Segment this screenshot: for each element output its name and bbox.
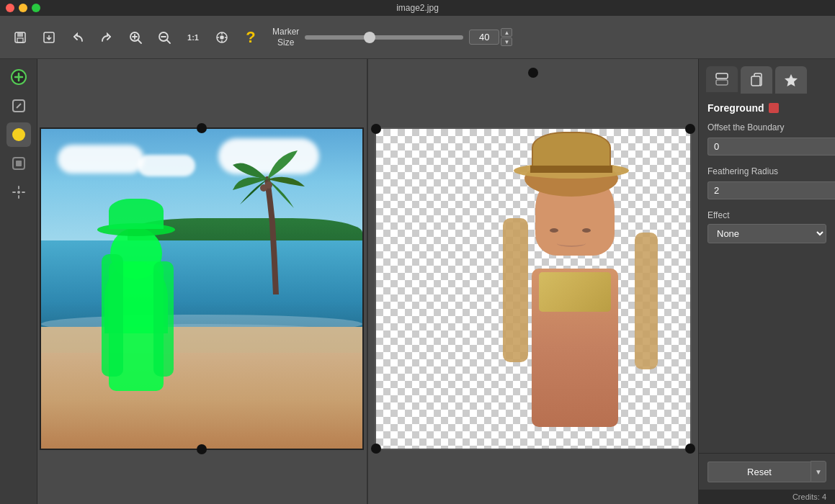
result-corner-tl[interactable] bbox=[371, 124, 381, 134]
panel-content: Foreground Offset the Boundary 0 ▲ ▼ Fea… bbox=[699, 94, 835, 453]
toolbar: 1:1 ? Marker Size 40 ▲ ▼ bbox=[0, 16, 835, 59]
credits-text: Credits: 4 bbox=[792, 492, 826, 501]
svg-point-13 bbox=[17, 191, 20, 194]
tab-copy[interactable] bbox=[741, 66, 772, 94]
marker-size-group: Marker Size 40 ▲ ▼ bbox=[272, 27, 512, 48]
effect-field-group: Effect None Blur Sharpen Glow bbox=[707, 210, 826, 243]
marker-spinner: ▲ ▼ bbox=[501, 28, 512, 46]
marker-size-label: Marker Size bbox=[272, 27, 299, 48]
feathering-label: Feathering Radius bbox=[707, 166, 826, 176]
background-brush-button[interactable] bbox=[6, 151, 31, 176]
feathering-field-group: Feathering Radius 2 ▲ ▼ bbox=[707, 166, 826, 200]
feathering-input-row: 2 ▲ ▼ bbox=[707, 180, 826, 200]
minimize-button[interactable] bbox=[19, 4, 27, 12]
reset-button[interactable]: Reset bbox=[707, 462, 811, 482]
tools-sidebar bbox=[0, 59, 37, 504]
svg-rect-17 bbox=[716, 80, 728, 85]
source-image-panel[interactable] bbox=[37, 59, 368, 504]
properties-panel: Foreground Offset the Boundary 0 ▲ ▼ Fea… bbox=[698, 59, 835, 504]
result-corner-br[interactable] bbox=[685, 444, 695, 454]
panel-tabs bbox=[699, 59, 835, 94]
svg-rect-18 bbox=[751, 76, 760, 86]
result-canvas bbox=[375, 127, 692, 450]
reset-row: Reset ▼ bbox=[707, 461, 826, 482]
result-corner-bl[interactable] bbox=[371, 444, 381, 454]
close-button[interactable] bbox=[6, 4, 14, 12]
marker-decrement-button[interactable]: ▼ bbox=[501, 37, 512, 46]
offset-input[interactable]: 0 bbox=[707, 138, 835, 156]
foreground-brush-button[interactable] bbox=[6, 122, 31, 147]
zoom-out-button[interactable] bbox=[151, 24, 177, 50]
fit-screen-button[interactable] bbox=[209, 24, 235, 50]
redo-button[interactable] bbox=[94, 24, 120, 50]
reset-dropdown-button[interactable]: ▼ bbox=[811, 461, 826, 482]
feathering-input[interactable]: 2 bbox=[707, 181, 835, 199]
marker-increment-button[interactable]: ▲ bbox=[501, 28, 512, 37]
svg-rect-12 bbox=[16, 161, 22, 166]
canvas-area bbox=[37, 59, 698, 504]
svg-rect-1 bbox=[17, 32, 23, 37]
maximize-button[interactable] bbox=[32, 4, 40, 12]
main-area: Foreground Offset the Boundary 0 ▲ ▼ Fea… bbox=[0, 59, 835, 504]
marker-size-input[interactable]: 40 bbox=[469, 30, 499, 45]
effect-label: Effect bbox=[707, 210, 826, 220]
svg-rect-16 bbox=[716, 73, 728, 78]
svg-point-10 bbox=[12, 128, 25, 141]
svg-point-7 bbox=[220, 36, 223, 39]
svg-point-15 bbox=[260, 184, 267, 192]
fit-button[interactable]: 1:1 bbox=[180, 24, 206, 50]
tab-layers[interactable] bbox=[706, 66, 738, 94]
zoom-in-button[interactable] bbox=[122, 24, 148, 50]
offset-field-group: Offset the Boundary 0 ▲ ▼ bbox=[707, 122, 826, 156]
panel-footer: Reset ▼ bbox=[699, 453, 835, 490]
effect-select[interactable]: None Blur Sharpen Glow bbox=[707, 224, 826, 243]
marker-size-slider[interactable] bbox=[305, 35, 463, 40]
credits-bar: Credits: 4 bbox=[699, 490, 835, 504]
undo-button[interactable] bbox=[65, 24, 91, 50]
titlebar: image2.jpg bbox=[0, 0, 835, 16]
window-controls bbox=[6, 4, 40, 12]
move-button[interactable] bbox=[6, 180, 31, 204]
marker-value-group: 40 ▲ ▼ bbox=[469, 28, 512, 46]
result-image-panel[interactable] bbox=[368, 59, 699, 504]
offset-label: Offset the Boundary bbox=[707, 122, 826, 132]
result-corner-tr[interactable] bbox=[685, 124, 695, 134]
svg-marker-19 bbox=[785, 74, 798, 86]
save-button[interactable] bbox=[7, 24, 33, 50]
tab-favorites[interactable] bbox=[775, 66, 807, 94]
foreground-section: Foreground bbox=[707, 102, 826, 114]
left-panel-top-handle[interactable] bbox=[197, 123, 207, 133]
export-button[interactable] bbox=[36, 24, 62, 50]
left-panel-bottom-handle[interactable] bbox=[197, 444, 207, 454]
window-title: image2.jpg bbox=[396, 3, 439, 13]
foreground-text: Foreground bbox=[707, 102, 764, 114]
svg-rect-2 bbox=[17, 38, 23, 42]
foreground-badge bbox=[769, 103, 779, 113]
erase-button[interactable] bbox=[6, 94, 31, 118]
help-button[interactable]: ? bbox=[238, 24, 264, 50]
offset-input-row: 0 ▲ ▼ bbox=[707, 136, 826, 156]
add-marker-button[interactable] bbox=[6, 65, 31, 89]
result-panel-top-handle[interactable] bbox=[528, 68, 538, 78]
